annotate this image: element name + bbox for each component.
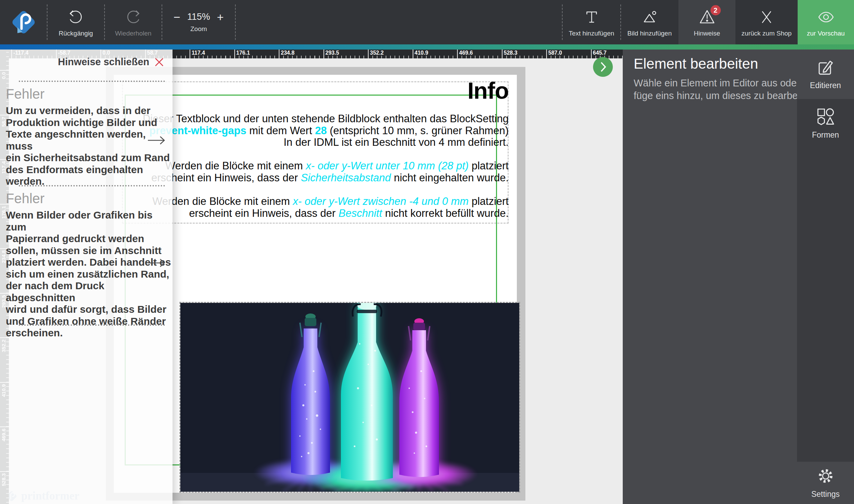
zoom-label: Zoom (190, 25, 207, 33)
undo-label: Rückgängig (59, 30, 93, 37)
preview-label: zur Vorschau (807, 30, 845, 37)
progress-gradient-bar (0, 44, 854, 50)
image-icon (642, 8, 658, 27)
document-title[interactable]: Info (125, 77, 509, 104)
chevron-right-icon (593, 57, 613, 77)
top-toolbar: Rückgängig Wiederholen − 115% + Zoom Tex… (0, 0, 854, 44)
close-icon (154, 57, 164, 67)
tab-formen-label: Formen (812, 130, 839, 140)
edit-panel-title: Element bearbeiten (634, 56, 758, 72)
tab-formen[interactable]: Formen (797, 99, 854, 149)
printformer-logo (10, 8, 38, 38)
edit-pencil-icon (817, 58, 835, 76)
preview-button[interactable]: zur Vorschau (798, 0, 854, 44)
hints-button[interactable]: Hinweise 2 (678, 0, 735, 44)
close-hints-label: Hinweise schließen (58, 56, 149, 68)
arrow-right-icon (147, 136, 166, 145)
divider (19, 185, 165, 186)
error-title: Fehler (6, 191, 44, 206)
divider (19, 81, 165, 82)
back-to-shop-button[interactable]: zurück zum Shop (735, 0, 798, 44)
goto-error-button[interactable] (147, 258, 166, 269)
settings-button[interactable]: Settings (797, 462, 854, 504)
zoom-control: − 115% + Zoom (162, 0, 235, 44)
zoom-in-button[interactable]: + (217, 12, 224, 22)
back-to-shop-label: zurück zum Shop (742, 30, 792, 37)
zoom-out-button[interactable]: − (174, 12, 180, 22)
settings-label: Settings (811, 490, 840, 499)
edit-panel-rail: Editieren Formen Settings (797, 50, 854, 504)
close-x-icon (760, 8, 773, 27)
tab-editieren[interactable]: Editieren (797, 50, 854, 99)
redo-button[interactable]: Wiederholen (105, 0, 162, 44)
hints-label: Hinweise (694, 30, 720, 37)
shapes-icon (817, 108, 835, 126)
tab-editieren-label: Editieren (810, 81, 841, 90)
edit-panel: Element bearbeiten Wähle ein Element im … (623, 50, 854, 504)
add-image-button[interactable]: Bild hinzufügen (621, 0, 678, 44)
document-text-block[interactable]: Dieser Textblock und der unten stehende … (125, 113, 509, 219)
divider (19, 324, 165, 326)
toolbar-divider (235, 4, 236, 40)
undo-icon (68, 8, 84, 27)
redo-icon (125, 8, 141, 27)
hints-panel: Hinweise schließen Fehler Um zu vermeide… (0, 50, 173, 504)
next-page-button[interactable] (593, 57, 613, 77)
error-text: Wenn Bilder oder Grafiken bis zumPapierr… (6, 209, 173, 339)
undo-button[interactable]: Rückgängig (47, 0, 105, 44)
add-text-button[interactable]: Text hinzufügen (562, 0, 621, 44)
error-title: Fehler (6, 86, 44, 102)
zoom-value: 115% (187, 12, 210, 22)
redo-label: Wiederholen (115, 30, 152, 37)
add-text-label: Text hinzufügen (569, 30, 614, 37)
hints-badge: 2 (711, 5, 721, 15)
add-image-label: Bild hinzufügen (628, 30, 672, 37)
goto-error-button[interactable] (147, 136, 166, 146)
close-hints-button[interactable]: Hinweise schließen (58, 56, 164, 68)
edit-panel-description: Wähle ein Element im Editor aus oderfüge… (634, 77, 816, 102)
eye-icon (817, 8, 835, 27)
bottle-image-block[interactable] (180, 303, 519, 492)
gear-icon (817, 467, 835, 485)
arrow-right-icon (147, 258, 166, 268)
text-icon (584, 8, 599, 27)
